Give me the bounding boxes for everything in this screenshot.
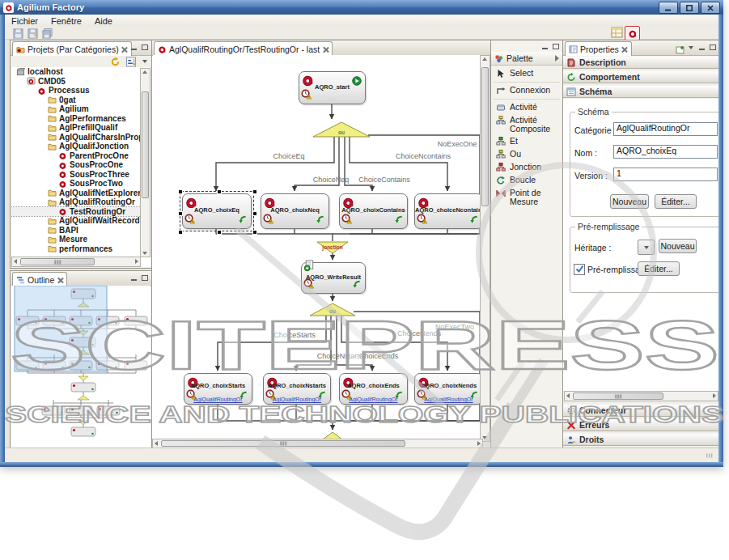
save-icon[interactable] xyxy=(13,28,24,38)
tree-item-localhost[interactable]: localhost xyxy=(11,67,141,77)
minimize-button[interactable] xyxy=(659,2,678,14)
view-menu-icon[interactable] xyxy=(689,46,693,49)
diagram-node-AQRO_choixNeq[interactable]: AQRO_choixNeq xyxy=(261,193,329,229)
section-description[interactable]: Description xyxy=(563,56,719,69)
version-field[interactable]: 1 xyxy=(613,168,718,181)
close-icon[interactable] xyxy=(121,46,128,53)
tree-item-SousProcTwo[interactable]: SousProcTwo xyxy=(11,179,141,189)
close-icon[interactable] xyxy=(322,46,328,53)
projects-vscrollbar[interactable] xyxy=(140,68,150,257)
menu-fenetre[interactable]: Fenêtre xyxy=(45,16,88,26)
tree-item-AglQualifWaitRecord[interactable]: AglQualifWaitRecord xyxy=(11,216,141,226)
tree-item-AglPrefillQualif[interactable]: AglPrefillQualif xyxy=(11,123,141,133)
minimize-view-icon[interactable] xyxy=(541,43,549,50)
palette-item-activit-[interactable]: Activité xyxy=(491,101,562,114)
selection-handle[interactable] xyxy=(217,230,222,235)
diagram-node-AQRO_choixEq[interactable]: AQRO_choixEq xyxy=(182,193,252,229)
palette-item-et[interactable]: Et xyxy=(491,135,562,148)
heritage-combo[interactable] xyxy=(638,240,655,255)
tree-item-AglQualifRoutingOr[interactable]: AglQualifRoutingOr xyxy=(11,197,141,207)
section-droits[interactable]: Droits xyxy=(563,433,719,446)
projects-hscrollbar[interactable] xyxy=(11,257,141,267)
node-sub-process-link[interactable]: AglQualifRoutingOr xyxy=(340,397,407,402)
menu-fichier[interactable]: Fichier xyxy=(5,16,45,26)
diagram-node-AQRO_choixNends[interactable]: AQRO_choixNendsAglQualifRoutingOr xyxy=(414,373,481,405)
node-sub-process-link[interactable]: AglQualifRoutingOr xyxy=(415,397,481,402)
outline-minimap[interactable] xyxy=(11,286,150,448)
palette-item-ou[interactable]: Ou xyxy=(491,148,562,161)
titlebar[interactable]: Agilium Factory xyxy=(0,0,723,15)
resize-grip[interactable] xyxy=(706,454,713,458)
minimize-view-icon[interactable] xyxy=(698,44,706,51)
tree-item-ParentProcOne[interactable]: ParentProcOne xyxy=(11,151,141,161)
node-sub-process-link[interactable]: AglQualifRoutingOr xyxy=(184,397,252,402)
diagram-node-AQRO_WriteResult[interactable]: AQRO_WriteResult xyxy=(301,262,366,294)
diagram-canvas[interactable]: ou jonction ou jonctionChoiceEqChoiceNeq… xyxy=(153,55,481,440)
section-comportement[interactable]: Comportement xyxy=(563,70,719,83)
tree-item-AglQualifJonction[interactable]: AglQualifJonction xyxy=(11,142,141,151)
properties-hscrollbar[interactable] xyxy=(564,391,718,401)
minimize-view-icon[interactable] xyxy=(130,274,138,282)
maximize-view-icon[interactable] xyxy=(141,44,149,51)
diagram-node-AQRO_start[interactable]: AQRO_start xyxy=(299,71,366,104)
diagram-node-AQRO_choixStarts[interactable]: AQRO_choixStartsAglQualifRoutingOr xyxy=(184,373,252,405)
minimize-view-icon[interactable] xyxy=(130,44,138,51)
selection-handle[interactable] xyxy=(178,189,183,194)
agilium-perspective-icon[interactable] xyxy=(625,26,640,40)
menu-aide[interactable]: Aide xyxy=(88,16,119,26)
nouveau-button[interactable]: Nouveau xyxy=(610,194,649,209)
tree-item-SousProcOne[interactable]: SousProcOne xyxy=(11,160,141,170)
palette-item-activit-composite[interactable]: Activité Composite xyxy=(491,114,562,135)
close-icon[interactable] xyxy=(621,46,628,53)
tab-projets[interactable]: Projets (Par Catégories) xyxy=(12,41,132,56)
scrollbar-thumb[interactable] xyxy=(20,258,95,265)
palette-item-connexion[interactable]: Connexion xyxy=(491,84,562,97)
heritage-nouveau-button[interactable]: Nouveau xyxy=(659,239,697,253)
tab-outline[interactable]: Outline xyxy=(12,272,67,286)
maximize-view-icon[interactable] xyxy=(552,43,560,50)
tree-item-BAPI[interactable]: BAPI xyxy=(11,226,141,235)
palette-item-jonction[interactable]: Jonction xyxy=(491,161,562,174)
scrollbar-thumb[interactable] xyxy=(142,91,149,198)
palette-item-point-de-mesure[interactable]: Point de Mesure xyxy=(491,187,562,208)
canvas-vscrollbar[interactable] xyxy=(480,55,490,442)
tree-item-Processus[interactable]: Processus xyxy=(11,86,141,95)
tree-item-Agilium[interactable]: Agilium xyxy=(11,104,141,114)
editer-button[interactable]: Éditer... xyxy=(655,194,697,209)
tree-item-AglQualifNetExplorer[interactable]: AglQualifNetExplorer xyxy=(11,189,141,198)
maximize-view-icon[interactable] xyxy=(141,274,149,282)
close-button[interactable] xyxy=(701,2,720,14)
selection-handle[interactable] xyxy=(252,211,257,216)
diagram-node-AQRO_choixContains[interactable]: AQRO_choixContains xyxy=(339,193,408,229)
selection-handle[interactable] xyxy=(252,230,257,235)
maximize-button[interactable] xyxy=(680,2,699,14)
tab-editor[interactable]: AglQualifRoutingOr/TestRoutingOr - last xyxy=(154,41,333,56)
tree-item-SousProcThree[interactable]: SousProcThree xyxy=(11,170,141,180)
palette-header[interactable]: Palette xyxy=(491,52,562,66)
tab-properties[interactable]: Properties xyxy=(565,41,632,56)
palette-collapse-icon[interactable] xyxy=(555,55,559,62)
resource-perspective-icon[interactable] xyxy=(611,27,623,38)
scrollbar-thumb[interactable] xyxy=(573,392,663,400)
diagram-node-AQRO_choixNstarts[interactable]: AQRO_choixNstartsAglQualifRoutingOr xyxy=(263,373,331,405)
section-schema[interactable]: Schéma xyxy=(563,85,719,98)
palette-item-boucle[interactable]: Boucle xyxy=(491,174,562,187)
section-erreurs[interactable]: Erreurs xyxy=(563,418,719,431)
tree-item-AglQualifCharsInProps[interactable]: AglQualifCharsInProps xyxy=(11,133,141,142)
selection-handle[interactable] xyxy=(252,189,257,194)
tree-item-CMD05[interactable]: CMD05 xyxy=(11,77,141,87)
prefill-editer-button[interactable]: Éditer... xyxy=(638,261,680,276)
tree-item-AglPerformances[interactable]: AglPerformances xyxy=(11,114,141,124)
categorie-field[interactable]: AglQualifRoutingOr xyxy=(613,122,718,136)
tree-item-Mesure[interactable]: Mesure xyxy=(11,235,141,244)
outline-viewport[interactable] xyxy=(15,286,107,371)
node-sub-process-link[interactable]: AglQualifRoutingOr xyxy=(264,397,330,402)
maximize-view-icon[interactable] xyxy=(709,44,717,51)
diagram-node-AQRO_choixEnds[interactable]: AQRO_choixEndsAglQualifRoutingOr xyxy=(339,373,408,405)
view-menu-icon[interactable] xyxy=(142,60,147,63)
diagram-node-AQRO_choiceNcontains[interactable]: AQRO_choiceNcontains xyxy=(414,193,481,229)
tree-item-performances[interactable]: performances xyxy=(11,244,141,254)
section-connecteur[interactable]: Connecteur xyxy=(563,404,719,417)
save-as-icon[interactable] xyxy=(28,28,39,38)
close-icon[interactable] xyxy=(57,277,63,283)
